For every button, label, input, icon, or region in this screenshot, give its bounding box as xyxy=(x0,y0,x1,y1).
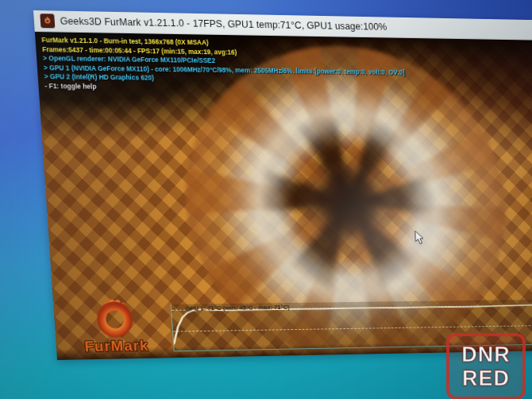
furmark-logo: FurMark xyxy=(70,292,160,355)
furmark-logo-text: FurMark xyxy=(73,337,160,356)
osd-stats-block: FurMark v1.21.1.0 - Burn-in test, 1366x7… xyxy=(41,36,406,95)
furmark-render-area: FurMark v1.21.1.0 - Burn-in test, 1366x7… xyxy=(35,32,532,360)
graph-label: GPU 1: 71°C (min: 45°C - max: 71°C) xyxy=(185,304,290,312)
flame-glyph xyxy=(41,15,53,26)
watermark-line-1: DNR xyxy=(461,343,511,366)
dnr-red-watermark: DNR RED xyxy=(446,333,526,399)
window-title: Geeks3D FurMark v1.21.1.0 - 17FPS, GPU1 … xyxy=(60,16,387,33)
furmark-flame-ring-icon xyxy=(87,293,142,339)
watermark-line-2: RED xyxy=(462,366,510,390)
mouse-cursor-icon xyxy=(414,230,425,248)
furmark-window: Geeks3D FurMark v1.21.1.0 - 17FPS, GPU1 … xyxy=(33,10,532,360)
furmark-flame-icon[interactable] xyxy=(40,14,55,28)
